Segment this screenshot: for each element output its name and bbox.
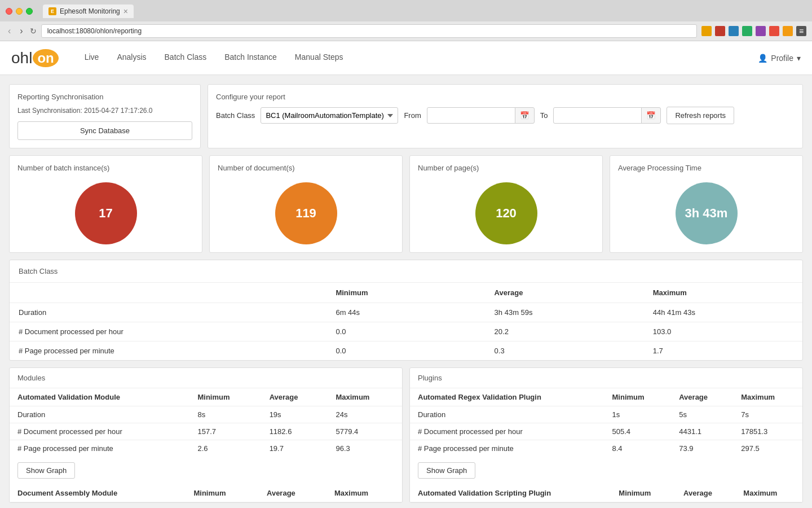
profile-menu[interactable]: 👤 Profile ▾ bbox=[758, 54, 801, 63]
from-date-input[interactable] bbox=[427, 107, 517, 124]
bottom-row: Modules Automated Validation Module Mini… bbox=[9, 367, 803, 503]
tab-close-icon[interactable]: × bbox=[123, 7, 128, 16]
stat-documents-circle: 119 bbox=[275, 182, 337, 244]
stat-documents-title: Number of document(s) bbox=[218, 164, 295, 172]
table-row: # Document processed per hour 0.0 20.2 1… bbox=[10, 322, 802, 341]
table-row: # Document processed per hour 505.4 4431… bbox=[410, 423, 802, 440]
row-label: # Document processed per hour bbox=[410, 423, 604, 440]
table-row: Automated Validation Module Minimum Aver… bbox=[10, 388, 402, 406]
row-label: # Page processed per minute bbox=[10, 341, 326, 361]
plugin-name-header: Automated Regex Validation Plugin bbox=[410, 388, 604, 406]
tab-area: E Ephesoft Monitoring × bbox=[37, 5, 179, 18]
batch-class-label: Batch Class bbox=[216, 111, 255, 120]
stat-batch-instances-title: Number of batch instance(s) bbox=[17, 164, 109, 172]
stat-batch-instances-circle: 17 bbox=[75, 182, 137, 244]
table-row: # Page processed per minute 0.0 0.3 1.7 bbox=[10, 341, 802, 361]
nav-batch-class[interactable]: Batch Class bbox=[156, 41, 216, 75]
row-label: Duration bbox=[10, 406, 189, 423]
row-label: Duration bbox=[10, 303, 326, 322]
col-header-maximum: Maximum bbox=[644, 283, 802, 303]
row-min: 157.7 bbox=[189, 423, 261, 440]
module-max-header: Maximum bbox=[328, 388, 402, 406]
from-input-group: 📅 bbox=[427, 107, 535, 124]
module-2-avg-header: Average bbox=[259, 484, 326, 502]
col-header-minimum: Minimum bbox=[326, 283, 485, 303]
plugins-table: Automated Regex Validation Plugin Minimu… bbox=[410, 388, 802, 457]
reload-button[interactable]: ↻ bbox=[30, 27, 37, 36]
extension-icon-5 bbox=[756, 26, 766, 36]
nav-analysis[interactable]: Analysis bbox=[108, 41, 155, 75]
plugin-2-avg-header: Average bbox=[676, 484, 735, 502]
url-bar[interactable] bbox=[41, 24, 697, 38]
batch-class-table: Minimum Average Maximum Duration 6m 44s … bbox=[10, 283, 802, 360]
row-avg: 4431.1 bbox=[671, 423, 733, 440]
table-row: # Page processed per minute 2.6 19.7 96.… bbox=[10, 440, 402, 457]
row-min: 8.4 bbox=[604, 440, 672, 457]
nav-bar: ‹ › ↻ ≡ bbox=[0, 21, 812, 41]
logo-text: ohl bbox=[11, 49, 32, 67]
browser-extensions: ≡ bbox=[701, 26, 806, 36]
modules-show-graph-button[interactable]: Show Graph bbox=[17, 462, 75, 479]
configure-title: Configure your report bbox=[216, 93, 795, 101]
to-label: To bbox=[540, 111, 548, 120]
module-2-max-header: Maximum bbox=[326, 484, 402, 502]
to-calendar-icon[interactable]: 📅 bbox=[641, 107, 661, 124]
table-row: # Document processed per hour 157.7 1182… bbox=[10, 423, 402, 440]
stat-avg-time-title: Average Processing Time bbox=[618, 164, 701, 172]
minimize-dot[interactable] bbox=[16, 8, 23, 15]
refresh-reports-button[interactable]: Refresh reports bbox=[667, 107, 734, 124]
row-min: 8s bbox=[189, 406, 261, 423]
extension-icon-1 bbox=[701, 26, 712, 36]
batch-class-table-title: Batch Class bbox=[10, 260, 802, 283]
plugins-show-graph-button[interactable]: Show Graph bbox=[418, 462, 475, 479]
row-label: # Page processed per minute bbox=[10, 440, 189, 457]
title-bar: E Ephesoft Monitoring × bbox=[0, 0, 812, 21]
top-row: Reporting Synchronisation Last Synchroni… bbox=[9, 84, 803, 148]
maximize-dot[interactable] bbox=[26, 8, 33, 15]
sync-card: Reporting Synchronisation Last Synchroni… bbox=[9, 84, 201, 148]
row-max: 96.3 bbox=[328, 440, 402, 457]
to-date-input[interactable] bbox=[553, 107, 643, 124]
from-calendar-icon[interactable]: 📅 bbox=[515, 107, 535, 124]
page-content: Reporting Synchronisation Last Synchroni… bbox=[0, 75, 812, 508]
nav-manual-steps[interactable]: Manual Steps bbox=[286, 41, 352, 75]
plugins-card: Plugins Automated Regex Validation Plugi… bbox=[409, 367, 803, 503]
modules-title: Modules bbox=[10, 368, 402, 388]
table-row: Duration 1s 5s 7s bbox=[410, 406, 802, 423]
table-row: Automated Regex Validation Plugin Minimu… bbox=[410, 388, 802, 406]
plugin-2-max-header: Maximum bbox=[735, 484, 802, 502]
back-button[interactable]: ‹ bbox=[6, 25, 13, 37]
module-2-name-header: Document Assembly Module bbox=[10, 484, 186, 502]
row-label: # Page processed per minute bbox=[410, 440, 604, 457]
stat-avg-time: Average Processing Time 3h 43m bbox=[610, 155, 803, 253]
stat-pages: Number of page(s) 120 bbox=[409, 155, 603, 253]
table-row: Duration 8s 19s 24s bbox=[10, 406, 402, 423]
profile-label: Profile bbox=[771, 54, 793, 63]
close-dot[interactable] bbox=[6, 8, 12, 15]
forward-button[interactable]: › bbox=[17, 25, 25, 37]
row-min: 505.4 bbox=[604, 423, 672, 440]
stat-batch-instances: Number of batch instance(s) 17 bbox=[9, 155, 202, 253]
batch-class-table-card: Batch Class Minimum Average Maximum Dura… bbox=[9, 260, 803, 361]
plugins-table-2: Automated Validation Scripting Plugin Mi… bbox=[410, 484, 802, 502]
batch-class-select[interactable]: BC1 (MailroomAutomationTemplate) bbox=[261, 107, 398, 124]
sync-database-button[interactable]: Sync Database bbox=[17, 121, 192, 140]
plugin-2-name-header: Automated Validation Scripting Plugin bbox=[410, 484, 611, 502]
active-tab[interactable]: E Ephesoft Monitoring × bbox=[43, 5, 134, 18]
from-label: From bbox=[404, 111, 421, 120]
plugin-avg-header: Average bbox=[671, 388, 733, 406]
modules-table: Automated Validation Module Minimum Aver… bbox=[10, 388, 402, 457]
col-header-average: Average bbox=[486, 283, 644, 303]
window-controls bbox=[6, 8, 33, 15]
plugins-title: Plugins bbox=[410, 368, 802, 388]
last-sync-label: Last Synchronisation: 2015-04-27 17:17:2… bbox=[17, 107, 192, 115]
logo: ohlon bbox=[11, 49, 59, 67]
extension-icon-4 bbox=[742, 26, 752, 36]
row-max: 5779.4 bbox=[328, 423, 402, 440]
row-max: 103.0 bbox=[644, 322, 802, 341]
row-max: 24s bbox=[328, 406, 402, 423]
menu-icon[interactable]: ≡ bbox=[796, 26, 806, 36]
row-max: 297.5 bbox=[733, 440, 802, 457]
nav-batch-instance[interactable]: Batch Instance bbox=[215, 41, 286, 75]
nav-live[interactable]: Live bbox=[76, 41, 108, 75]
